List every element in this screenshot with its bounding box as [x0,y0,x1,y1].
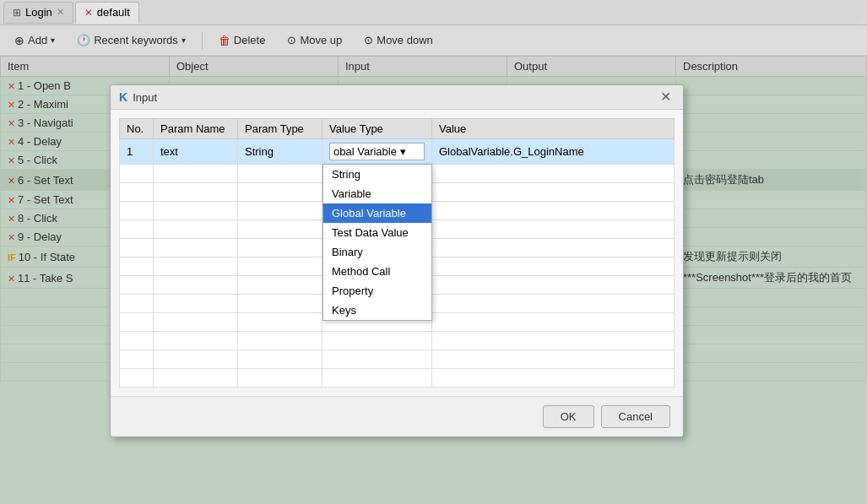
modal-close-button[interactable]: ✕ [657,90,675,104]
modal-empty-row-11 [120,350,675,369]
option-property[interactable]: Property [323,281,431,301]
option-variable[interactable]: Variable [323,184,431,203]
value-type-cell: obal Variable ▾ String Variable Global V… [322,139,432,165]
param-col-name: Param Name [154,119,238,139]
param-name: text [154,139,238,165]
param-no: 1 [120,139,154,165]
option-binary[interactable]: Binary [323,242,431,262]
modal-title: K Input [119,90,157,104]
value-type-dropdown[interactable]: obal Variable ▾ [329,143,425,160]
param-col-value-type: Value Type [322,119,432,139]
param-col-no: No. [120,119,154,139]
input-modal: K Input ✕ No. Param Name Param Type Valu… [110,84,684,437]
value-type-display: obal Variable ▾ [333,145,406,158]
param-row-1[interactable]: 1 text String obal Variable ▾ String Var… [120,139,675,165]
option-method-call[interactable]: Method Call [323,262,431,281]
ok-button[interactable]: OK [543,405,594,428]
modal-body: No. Param Name Param Type Value Type Val… [111,110,683,396]
modal-header: K Input ✕ [111,85,683,110]
modal-footer: OK Cancel [111,396,683,436]
option-global-variable[interactable]: Global Variable [323,203,431,223]
option-test-data-value[interactable]: Test Data Value [323,223,431,242]
modal-empty-row-10 [120,332,675,350]
cancel-button[interactable]: Cancel [601,405,670,428]
option-keys[interactable]: Keys [323,301,431,320]
param-type: String [238,139,322,165]
param-value: GlobalVariable.G_LoginName [432,139,675,165]
modal-k-icon: K [119,90,127,104]
param-col-type: Param Type [238,119,322,139]
param-col-value: Value [432,119,675,139]
value-type-menu: String Variable Global Variable Test Dat… [322,164,432,321]
modal-empty-row-12 [120,369,675,387]
modal-overlay: K Input ✕ No. Param Name Param Type Valu… [0,0,867,504]
option-string[interactable]: String [323,165,431,184]
param-table: No. Param Name Param Type Value Type Val… [119,118,675,387]
